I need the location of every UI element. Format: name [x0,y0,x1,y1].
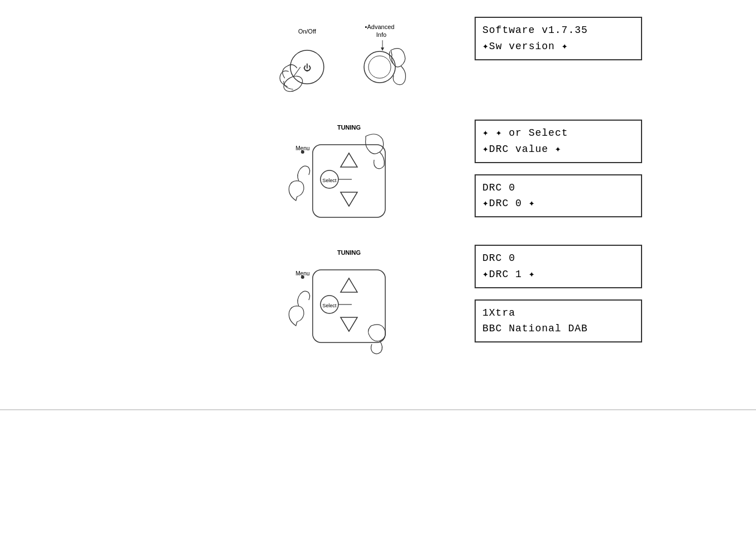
display4-line1: DRC 0 [482,250,634,266]
tuning-label-1: TUNING [337,124,361,131]
display-drc-select: ✦ ✦ or Select ✦DRC value ✦ [475,120,642,163]
svg-line-2 [293,67,300,77]
display1-line1: Software v1.7.35 [482,22,634,39]
advanced-dot: •Advanced [365,23,395,30]
onoff-label: On/Off [298,28,317,35]
svg-point-4 [369,56,391,78]
advanced-info-label: Info [376,31,386,38]
onoff-knob-indicator: ⏻ [303,63,311,72]
display-drc1-value: DRC 0 ✦DRC 1 ✦ [475,245,642,288]
select-label-2: Select [322,303,337,308]
display2-line2: ✦DRC value ✦ [482,141,634,158]
tuning-label-2: TUNING [337,249,361,256]
svg-point-12 [301,275,304,279]
svg-marker-9 [341,192,357,206]
svg-marker-14 [341,278,357,292]
display3-line2: ✦DRC 0 ✦ [482,196,634,212]
display-1xtra: 1Xtra BBC National DAB [475,299,642,343]
svg-marker-8 [341,153,357,167]
bottom-divider [0,410,756,410]
display5-line1: 1Xtra [482,305,634,321]
display2-line1: ✦ ✦ or Select [482,125,634,141]
svg-marker-15 [341,317,357,331]
display3-line1: DRC 0 [482,180,634,196]
display5-line2: BBC National DAB [482,321,634,337]
tuning-diagram-2: TUNING Menu Select [262,245,441,356]
tuning-diagram-1: TUNING Menu Select [262,120,441,231]
display4-line2: ✦DRC 1 ✦ [482,266,634,283]
svg-point-6 [301,150,304,154]
svg-point-1 [281,73,305,95]
display1-line2: ✦Sw version ✦ [482,39,634,55]
onoff-advanced-diagram: On/Off ⏻ •Advanced Info [262,17,463,106]
display-software-version: Software v1.7.35 ✦Sw version ✦ [475,17,642,60]
select-label-1: Select [322,178,337,183]
display-drc0-value: DRC 0 ✦DRC 0 ✦ [475,174,642,218]
